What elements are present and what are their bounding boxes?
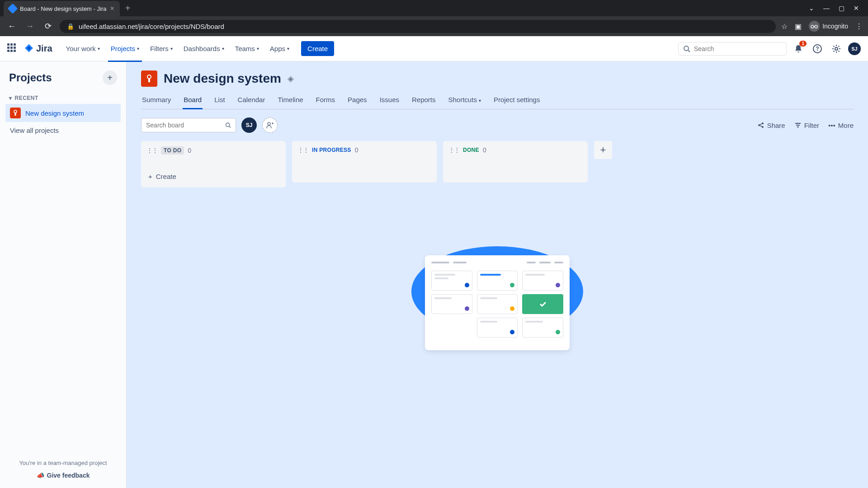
notifications-button[interactable]: 1 <box>791 42 806 56</box>
svg-point-0 <box>811 25 814 28</box>
settings-button[interactable] <box>829 42 844 56</box>
chevron-down-icon: ▾ <box>222 46 224 51</box>
jira-favicon <box>8 4 18 14</box>
drag-handle-icon[interactable]: ⋮⋮ <box>146 147 157 154</box>
content-area: New design system ◈ SummaryBoardListCale… <box>127 61 868 488</box>
project-tabs: SummaryBoardListCalendarTimelineFormsPag… <box>141 92 854 109</box>
jira-logo-text: Jira <box>36 43 52 54</box>
browser-tab[interactable]: Board - New design system - Jira × <box>4 1 120 16</box>
tab-forms[interactable]: Forms <box>315 92 336 109</box>
svg-point-11 <box>226 123 230 127</box>
svg-point-7 <box>14 110 17 113</box>
add-project-button[interactable]: + <box>103 70 117 85</box>
svg-point-6 <box>835 47 838 50</box>
tab-search-icon[interactable]: ⌄ <box>809 5 814 12</box>
nav-item-apps[interactable]: Apps▾ <box>265 41 294 56</box>
browser-menu-icon[interactable]: ⋮ <box>855 22 863 31</box>
tab-issues[interactable]: Issues <box>379 92 400 109</box>
tab-reports[interactable]: Reports <box>411 92 437 109</box>
chevron-down-icon: ▾ <box>9 95 12 101</box>
nav-item-teams[interactable]: Teams▾ <box>231 41 264 56</box>
svg-line-20 <box>760 126 762 127</box>
create-issue-button[interactable]: +Create <box>146 171 280 182</box>
nav-item-your-work[interactable]: Your work▾ <box>61 41 104 56</box>
svg-text:?: ? <box>816 46 819 52</box>
sidebar-footer-note: You're in a team-managed project <box>5 460 121 466</box>
incognito-indicator[interactable]: Incognito <box>809 21 848 32</box>
add-column-button[interactable]: + <box>594 141 612 159</box>
project-title: New design system <box>164 71 281 86</box>
profile-avatar[interactable]: SJ <box>848 42 861 55</box>
reload-button[interactable]: ⟳ <box>42 21 54 31</box>
close-window-icon[interactable]: ✕ <box>854 5 859 12</box>
new-tab-button[interactable]: + <box>125 3 131 14</box>
tab-calendar[interactable]: Calendar <box>237 92 266 109</box>
board-search[interactable] <box>141 118 236 132</box>
add-person-icon <box>266 121 274 129</box>
nav-item-dashboards[interactable]: Dashboards▾ <box>179 41 229 56</box>
star-button[interactable]: ◈ <box>288 74 294 84</box>
column-title[interactable]: TO DO <box>161 146 184 155</box>
view-all-projects-link[interactable]: View all projects <box>5 122 121 139</box>
nav-item-filters[interactable]: Filters▾ <box>146 41 177 56</box>
maximize-icon[interactable]: ▢ <box>839 5 844 12</box>
drag-handle-icon[interactable]: ⋮⋮ <box>297 146 308 154</box>
give-feedback-button[interactable]: 📣 Give feedback <box>5 472 121 479</box>
filter-button[interactable]: Filter <box>794 122 819 129</box>
minimize-icon[interactable]: ― <box>823 5 830 12</box>
svg-line-19 <box>760 124 762 125</box>
tab-pages[interactable]: Pages <box>347 92 368 109</box>
column-title[interactable]: IN PROGRESS <box>312 147 351 153</box>
drag-handle-icon[interactable]: ⋮⋮ <box>448 146 459 154</box>
svg-rect-10 <box>148 79 150 82</box>
search-input[interactable] <box>694 45 782 52</box>
search-icon <box>225 122 231 129</box>
app-switcher-icon[interactable] <box>7 43 18 54</box>
column-title[interactable]: DONE <box>463 147 479 153</box>
svg-point-2 <box>684 46 689 51</box>
filter-icon <box>794 122 802 129</box>
tab-summary[interactable]: Summary <box>141 92 172 109</box>
more-icon: ••• <box>828 122 835 129</box>
share-button[interactable]: Share <box>757 122 785 129</box>
help-icon: ? <box>812 44 822 54</box>
nav-item-projects[interactable]: Projects▾ <box>106 41 144 56</box>
tab-project-settings[interactable]: Project settings <box>493 92 541 109</box>
back-button[interactable]: ← <box>5 22 18 31</box>
assignee-avatar[interactable]: SJ <box>241 117 257 133</box>
bookmark-icon[interactable]: ☆ <box>781 22 788 31</box>
chevron-down-icon: ▾ <box>137 46 139 51</box>
help-button[interactable]: ? <box>810 42 825 56</box>
url-input[interactable]: 🔒 uifeed.atlassian.net/jira/core/project… <box>60 20 776 33</box>
address-bar: ← → ⟳ 🔒 uifeed.atlassian.net/jira/core/p… <box>0 16 868 36</box>
jira-logo[interactable]: Jira <box>24 43 52 54</box>
search-icon <box>683 45 690 52</box>
board-search-input[interactable] <box>146 122 225 129</box>
global-search[interactable] <box>678 42 787 56</box>
megaphone-icon: 📣 <box>37 472 44 479</box>
notification-badge: 1 <box>799 41 807 47</box>
column-to-do: ⋮⋮TO DO0+Create <box>141 141 286 188</box>
tab-timeline[interactable]: Timeline <box>277 92 304 109</box>
add-people-button[interactable] <box>262 117 278 133</box>
project-icon <box>141 70 157 87</box>
jira-topnav: Jira Your work▾Projects▾Filters▾Dashboar… <box>0 36 868 61</box>
forward-button[interactable]: → <box>24 22 36 31</box>
project-icon <box>10 108 21 118</box>
share-icon <box>757 122 764 129</box>
gear-icon <box>831 44 841 54</box>
sidebar-section-recent[interactable]: ▾ RECENT <box>5 92 121 104</box>
tab-board[interactable]: Board <box>183 92 203 109</box>
create-button[interactable]: Create <box>301 41 334 56</box>
tab-shortcuts[interactable]: Shortcuts▾ <box>448 92 482 109</box>
svg-point-13 <box>268 122 270 125</box>
column-count: 0 <box>483 146 486 154</box>
svg-line-3 <box>688 50 690 52</box>
close-tab-icon[interactable]: × <box>110 5 114 13</box>
empty-state-illustration <box>407 242 588 350</box>
sidebar-item-new-design-system[interactable]: New design system <box>5 104 121 122</box>
more-button[interactable]: ••• More <box>828 122 854 129</box>
extensions-icon[interactable]: ▣ <box>795 22 802 31</box>
browser-tab-bar: Board - New design system - Jira × + ⌄ ―… <box>0 0 868 16</box>
tab-list[interactable]: List <box>213 92 226 109</box>
